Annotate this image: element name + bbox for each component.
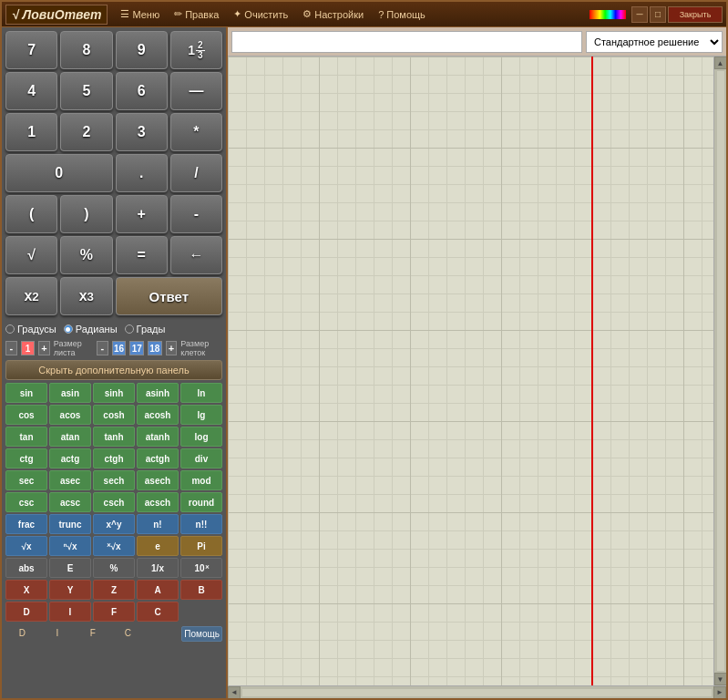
key-0[interactable]: 0 (5, 154, 113, 192)
sheet-minus-button[interactable]: - (5, 341, 17, 355)
func-btn-ln[interactable]: ln (180, 383, 222, 403)
func-btn-F[interactable]: F (93, 602, 135, 622)
func-btn-Z[interactable]: Z (93, 580, 135, 600)
func-btn-csc[interactable]: csc (5, 492, 47, 512)
func-btn-log[interactable]: log (180, 427, 222, 447)
func-btn-abs[interactable]: abs (5, 558, 47, 578)
func-btn-csch[interactable]: csch (93, 492, 135, 512)
func-btn-round[interactable]: round (180, 492, 222, 512)
func-btn-actgh[interactable]: actgh (137, 448, 179, 468)
func-btn-xy[interactable]: x^y (93, 514, 135, 534)
key-x2[interactable]: x2 (5, 277, 57, 315)
key-sqrt[interactable]: √ (5, 236, 57, 274)
func-btn-x[interactable]: √x (5, 536, 47, 556)
maximize-button[interactable]: □ (650, 6, 666, 23)
key-backspace[interactable]: ← (170, 236, 222, 274)
key-divide[interactable]: / (170, 154, 222, 192)
key-multiply[interactable]: * (170, 113, 222, 151)
func-btn-n[interactable]: n!! (180, 514, 222, 534)
func-btn-sinh[interactable]: sinh (93, 383, 135, 403)
func-btn-acsc[interactable]: acsc (49, 492, 91, 512)
close-button[interactable]: Закрыть (668, 6, 723, 23)
minimize-button[interactable]: ─ (631, 6, 648, 23)
key-answer[interactable]: Ответ (116, 277, 223, 315)
func-btn-acos[interactable]: acos (49, 405, 91, 425)
func-btn-x[interactable]: ˣ√x (93, 536, 135, 556)
scroll-left-button[interactable]: ◄ (228, 686, 241, 699)
func-btn-tanh[interactable]: tanh (93, 427, 135, 447)
func-btn-atan[interactable]: atan (49, 427, 91, 447)
key-close-paren[interactable]: ) (60, 195, 112, 233)
vertical-scrollbar[interactable]: ▲ ▼ (713, 57, 726, 685)
func-btn-X[interactable]: X (5, 580, 47, 600)
func-btn-cosh[interactable]: cosh (93, 405, 135, 425)
func-btn-[interactable]: % (93, 558, 135, 578)
nav-I[interactable]: I (41, 626, 75, 642)
func-btn-C[interactable]: C (137, 602, 179, 622)
key-7[interactable]: 7 (5, 31, 57, 69)
func-btn-div[interactable]: div (180, 448, 222, 468)
menu-item-settings[interactable]: ⚙ Настройки (295, 6, 371, 22)
func-btn-lg[interactable]: lg (180, 405, 222, 425)
radio-grads[interactable]: Грады (125, 324, 166, 335)
func-btn-acosh[interactable]: acosh (137, 405, 179, 425)
func-btn-Pi[interactable]: Pi (180, 536, 222, 556)
key-1[interactable]: 1 (5, 113, 57, 151)
key-5[interactable]: 5 (60, 72, 112, 110)
scroll-up-button[interactable]: ▲ (714, 57, 727, 69)
radio-degrees[interactable]: Градусы (5, 324, 56, 335)
menu-item-edit[interactable]: ✏ Правка (167, 6, 226, 22)
key-minus[interactable]: - (170, 195, 222, 233)
key-mixed-fraction[interactable]: 1 2 3 (170, 31, 222, 69)
func-btn-frac[interactable]: frac (5, 514, 47, 534)
func-btn-10[interactable]: 10ˣ (180, 558, 222, 578)
func-btn-n[interactable]: n! (137, 514, 179, 534)
key-4[interactable]: 4 (5, 72, 57, 110)
key-plus[interactable]: + (116, 195, 168, 233)
sheet-plus-button[interactable]: + (38, 341, 50, 355)
func-btn-acsch[interactable]: acsch (137, 492, 179, 512)
key-9[interactable]: 9 (116, 31, 168, 69)
func-btn-asinh[interactable]: asinh (137, 383, 179, 403)
func-btn-1x[interactable]: 1/x (137, 558, 179, 578)
nav-C[interactable]: C (111, 626, 145, 642)
radio-radians[interactable]: Радианы (64, 324, 118, 335)
func-btn-E[interactable]: E (49, 558, 91, 578)
key-x3[interactable]: x3 (60, 277, 112, 315)
math-input[interactable] (231, 31, 582, 53)
func-btn-B[interactable]: B (180, 580, 222, 600)
func-btn-atanh[interactable]: atanh (137, 427, 179, 447)
func-btn-ctgh[interactable]: ctgh (93, 448, 135, 468)
func-btn-sin[interactable]: sin (5, 383, 47, 403)
key-equals[interactable]: = (116, 236, 168, 274)
key-dot[interactable]: . (116, 154, 168, 192)
func-btn-ctg[interactable]: ctg (5, 448, 47, 468)
key-3[interactable]: 3 (116, 113, 168, 151)
func-btn-e[interactable]: e (137, 536, 179, 556)
func-btn-I[interactable]: I (49, 602, 91, 622)
func-btn-mod[interactable]: mod (180, 470, 222, 490)
scroll-down-button[interactable]: ▼ (714, 673, 727, 685)
menu-item-clear[interactable]: ✦ Очистить (226, 6, 295, 22)
func-btn-x[interactable]: ⁿ√x (49, 536, 91, 556)
cell-plus-button[interactable]: + (166, 341, 178, 355)
func-btn-asec[interactable]: asec (49, 470, 91, 490)
scroll-track-horizontal[interactable] (242, 689, 712, 696)
func-btn-actg[interactable]: actg (49, 448, 91, 468)
scroll-right-button[interactable]: ► (713, 686, 726, 699)
func-btn-asech[interactable]: asech (137, 470, 179, 490)
key-open-paren[interactable]: ( (5, 195, 57, 233)
key-6[interactable]: 6 (116, 72, 168, 110)
func-btn-asin[interactable]: asin (49, 383, 91, 403)
nav-F[interactable]: F (76, 626, 109, 642)
key-2[interactable]: 2 (60, 113, 112, 151)
func-btn-trunc[interactable]: trunc (49, 514, 91, 534)
cell-minus-button[interactable]: - (97, 341, 108, 355)
func-btn-sech[interactable]: sech (93, 470, 135, 490)
solution-dropdown[interactable]: Стандартное решение (586, 31, 723, 53)
func-btn-cos[interactable]: cos (5, 405, 47, 425)
key-percent[interactable]: % (60, 236, 112, 274)
func-btn-sec[interactable]: sec (5, 470, 47, 490)
func-btn-tan[interactable]: tan (5, 427, 47, 447)
key-minus-long[interactable]: — (170, 72, 222, 110)
